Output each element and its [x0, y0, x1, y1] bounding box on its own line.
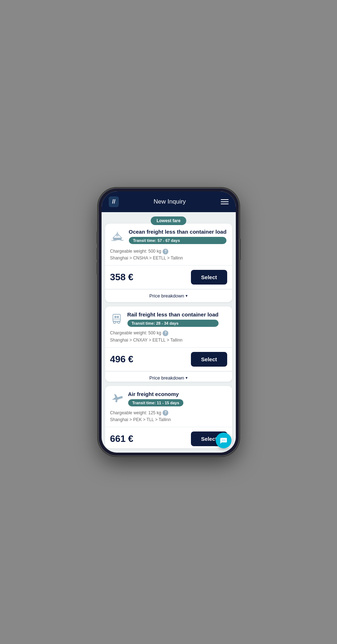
svg-rect-4	[114, 316, 116, 318]
card-ocean-title-block: Ocean freight less than container load T…	[129, 229, 227, 244]
card-ocean-route: Shanghai > CNSHA > EETLL > Tallinn	[110, 255, 227, 262]
card-ocean-breakdown[interactable]: Price breakdown ▾	[105, 289, 232, 302]
freight-card-rail: Rail freight less than container load Tr…	[105, 306, 232, 381]
chevron-down-icon: ▾	[186, 294, 188, 298]
card-ocean-header: Ocean freight less than container load T…	[110, 229, 227, 245]
svg-rect-1	[116, 234, 118, 237]
card-rail-breakdown[interactable]: Price breakdown ▾	[105, 371, 232, 382]
card-air-price: 661 €	[110, 433, 134, 444]
card-rail-title-block: Rail freight less than container load Tr…	[127, 311, 219, 327]
card-rail-title: Rail freight less than container load	[127, 311, 219, 318]
card-ocean: Ocean freight less than container load T…	[105, 224, 232, 302]
content-area: Lowest fare	[102, 212, 236, 453]
freight-card-air: Air freight economy Transit time: 11 - 1…	[105, 386, 232, 448]
card-air-details: Chargeable weight: 125 kg ? Shanghai > P…	[110, 410, 227, 423]
lowest-fare-badge: Lowest fare	[151, 216, 186, 225]
card-rail-info: Rail freight less than container load Tr…	[105, 306, 232, 347]
card-rail-price-row: 496 € Select	[105, 348, 232, 371]
card-air-info: Air freight economy Transit time: 11 - 1…	[105, 386, 232, 427]
card-rail-breakdown-label: Price breakdown	[149, 375, 184, 381]
phone-inner: // New Inquiry Lowest fare	[102, 191, 236, 453]
card-rail-header: Rail freight less than container load Tr…	[110, 311, 227, 327]
card-rail-weight: Chargeable weight: 500 kg ?	[110, 330, 227, 337]
air-weight-help-icon[interactable]: ?	[163, 410, 168, 416]
chevron-down-icon-rail: ▾	[186, 376, 188, 380]
menu-line-2	[221, 201, 229, 202]
card-air-route: Shanghai > PEK > TLL > Tallinn	[110, 416, 227, 423]
card-ocean-weight: Chargeable weight: 500 kg ?	[110, 248, 227, 255]
card-air-header: Air freight economy Transit time: 11 - 1…	[110, 391, 227, 407]
freight-card-ocean: Lowest fare	[105, 216, 232, 302]
card-ocean-title: Ocean freight less than container load	[129, 229, 227, 235]
card-rail-price: 496 €	[110, 354, 134, 365]
menu-button[interactable]	[221, 199, 229, 204]
card-rail-details: Chargeable weight: 500 kg ? Shanghai > C…	[110, 330, 227, 343]
svg-rect-3	[113, 314, 120, 321]
card-air-weight: Chargeable weight: 125 kg ?	[110, 410, 227, 416]
card-rail-route: Shanghai > CNXAY > EETLL > Tallinn	[110, 337, 227, 344]
svg-rect-5	[117, 316, 118, 318]
card-rail-transit: Transit time: 28 - 34 days	[127, 320, 219, 327]
plane-icon	[110, 392, 124, 407]
card-air-title-block: Air freight economy Transit time: 11 - 1…	[128, 391, 184, 406]
card-air-title: Air freight economy	[128, 391, 184, 397]
card-ocean-details: Chargeable weight: 500 kg ? Shanghai > C…	[110, 248, 227, 262]
card-ocean-select-button[interactable]: Select	[191, 270, 227, 285]
card-ocean-price: 358 €	[110, 272, 134, 283]
train-icon	[110, 312, 123, 326]
card-ocean-transit: Transit time: 57 - 67 days	[129, 237, 227, 244]
svg-point-13	[223, 440, 224, 440]
svg-point-12	[222, 440, 223, 440]
chat-button[interactable]	[216, 433, 231, 448]
card-ocean-info: Ocean freight less than container load T…	[105, 224, 232, 265]
card-ocean-price-row: 358 € Select	[105, 266, 232, 289]
app-header: // New Inquiry	[102, 191, 236, 212]
card-ocean-breakdown-label: Price breakdown	[149, 293, 184, 299]
card-rail-select-button[interactable]: Select	[191, 352, 227, 367]
rail-weight-help-icon[interactable]: ?	[163, 330, 168, 336]
ship-icon	[110, 229, 125, 245]
chat-icon	[220, 437, 228, 444]
logo: //	[109, 196, 119, 207]
card-air-transit: Transit time: 11 - 15 days	[128, 399, 184, 406]
menu-line-3	[221, 204, 229, 204]
weight-help-icon[interactable]: ?	[163, 249, 168, 254]
page-title: New Inquiry	[154, 198, 186, 205]
menu-line-1	[221, 199, 229, 200]
card-air-price-row: 661 € Select	[105, 427, 232, 448]
phone-frame: // New Inquiry Lowest fare	[99, 189, 239, 455]
svg-point-14	[224, 440, 225, 440]
